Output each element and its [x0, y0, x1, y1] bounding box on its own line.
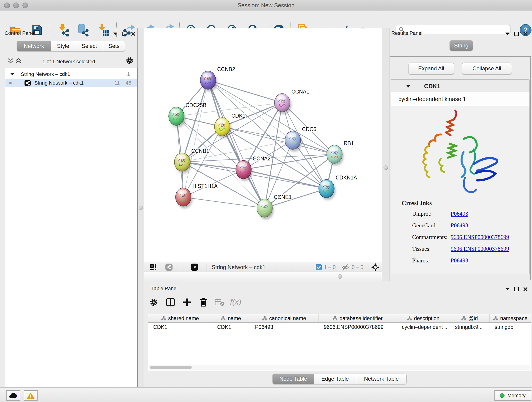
- expand-all-networks-icon[interactable]: [15, 58, 22, 64]
- warnings-button[interactable]: [24, 390, 38, 401]
- results-buttons-bar: Expand All Collapse All: [391, 57, 529, 80]
- tab-edge-table[interactable]: Edge Table: [314, 374, 356, 384]
- table-cell[interactable]: cyclin–dependent ...: [397, 324, 450, 330]
- protein-structure-image: [397, 107, 516, 198]
- tree-expander-icon[interactable]: [10, 73, 14, 75]
- table-cell[interactable]: 9606.ENSP00000378699: [319, 324, 397, 330]
- node-label-CCNA1: CCNA1: [291, 89, 309, 95]
- control-panel-header-icons: [113, 32, 135, 36]
- memory-label: Memory: [507, 393, 525, 399]
- edge-CCNB1-CCNA2: [182, 162, 244, 170]
- close-panel-icon[interactable]: [524, 32, 527, 36]
- network-collection-row[interactable]: String Network – cdk1 1: [5, 70, 137, 79]
- expand-all-button[interactable]: Expand All: [408, 63, 454, 75]
- float-panel-icon[interactable]: [122, 32, 127, 36]
- network-row-selected[interactable]: String Network – cdk1 11 48: [5, 79, 137, 87]
- tab-node-table[interactable]: Node Table: [272, 374, 314, 384]
- uniprot-link[interactable]: P06493: [451, 211, 468, 217]
- tab-select[interactable]: Select: [75, 41, 103, 51]
- delete-column-icon[interactable]: [199, 297, 208, 307]
- app-window: Session: New Session: [0, 0, 532, 402]
- node-table: shared namenamecanonical namedatabase id…: [148, 314, 531, 371]
- network-view-toolbar: String Network – cdk1 1 – 0 0 – 0: [144, 262, 382, 272]
- open-external-view-icon[interactable]: [191, 264, 198, 271]
- viewbar-separator: [206, 264, 206, 271]
- import-network-database-icon[interactable]: [76, 24, 89, 36]
- network-node-CDKN1A[interactable]: CDKN1A: [319, 175, 357, 200]
- tissues-link[interactable]: 9606.ENSP00000378699: [451, 246, 509, 252]
- network-options-gear-icon[interactable]: [126, 56, 134, 65]
- network-canvas[interactable]: CCNB2CCNA1CDC25BCDK1CDC6RB1CCNB1CCNA2CDK…: [144, 28, 382, 262]
- grid-view-icon[interactable]: [150, 264, 157, 271]
- table-cell[interactable]: P06493: [250, 324, 319, 330]
- edge-count: 48: [126, 80, 131, 86]
- column-header-shared-name[interactable]: shared name: [148, 314, 212, 322]
- network-view-mode-icon[interactable]: [165, 264, 172, 271]
- string-network-icon: [25, 80, 31, 86]
- column-header-description[interactable]: description: [397, 314, 450, 322]
- column-header-@id[interactable]: @id: [450, 314, 490, 322]
- hidden-elements-eye-icon[interactable]: [341, 264, 349, 271]
- network-node-RB1[interactable]: RB1: [327, 140, 354, 166]
- column-header-canonical-name[interactable]: canonical name: [250, 314, 319, 322]
- network-node-CCNE1[interactable]: CCNE1: [257, 194, 292, 220]
- section-expander-icon[interactable]: [406, 85, 410, 88]
- bird-eye-position-icon[interactable]: [371, 263, 380, 271]
- column-header-name[interactable]: name: [212, 314, 250, 322]
- table-header-row: shared namenamecanonical namedatabase id…: [148, 314, 531, 323]
- tab-string[interactable]: String: [450, 40, 473, 51]
- network-selection-status: 1 of 1 Network selected: [25, 59, 112, 65]
- table-cell[interactable]: stringdb: [490, 324, 531, 330]
- cloud-services-button[interactable]: [6, 390, 20, 401]
- table-horizontal-scrollbar[interactable]: [149, 365, 530, 370]
- selected-checkbox-icon[interactable]: [316, 264, 322, 270]
- network-view-title: String Network – cdk1: [212, 264, 266, 270]
- table-row[interactable]: CDK1CDK1P064939606.ENSP00000378699cyclin…: [148, 323, 531, 331]
- horizontal-splitter-handle[interactable]: [338, 274, 342, 279]
- right-splitter[interactable]: [382, 28, 389, 281]
- create-column-icon[interactable]: [182, 298, 191, 307]
- network-node-HIST1H1A[interactable]: HIST1H1A: [176, 183, 218, 209]
- function-builder-icon[interactable]: f(x): [229, 297, 244, 307]
- tab-network[interactable]: Network: [17, 41, 51, 51]
- float-panel-icon[interactable]: [514, 287, 519, 291]
- tab-style[interactable]: Style: [51, 41, 75, 51]
- column-header-namespace[interactable]: namespace: [490, 314, 531, 322]
- horizontal-splitter[interactable]: [144, 272, 382, 281]
- table-cell[interactable]: CDK1: [212, 324, 250, 330]
- compartments-link[interactable]: 9606.ENSP00000378699: [451, 234, 509, 240]
- table-options-gear-icon[interactable]: [149, 298, 158, 307]
- gene-section-header[interactable]: CDK1: [391, 80, 530, 93]
- left-splitter[interactable]: [138, 28, 144, 387]
- import-network-file-icon[interactable]: [57, 24, 70, 36]
- pharos-link[interactable]: P06493: [451, 257, 468, 264]
- memory-button[interactable]: Memory: [494, 390, 531, 401]
- float-panel-icon[interactable]: [514, 32, 519, 36]
- collapse-panel-icon[interactable]: [505, 32, 510, 35]
- select-columns-icon[interactable]: [166, 298, 175, 307]
- crosslink-row: Pharos:P06493: [412, 257, 527, 264]
- results-panel-title: Results Panel: [391, 30, 423, 36]
- network-node-CCNB2[interactable]: CCNB2: [200, 66, 235, 92]
- table-panel-title: Table Panel: [151, 286, 177, 292]
- left-splitter-handle[interactable]: [139, 206, 143, 210]
- table-cell[interactable]: stringdb:9...: [450, 324, 490, 330]
- close-panel-icon[interactable]: [131, 32, 135, 36]
- table-cell[interactable]: CDK1: [148, 324, 212, 330]
- node-label-CCNB2: CCNB2: [217, 66, 235, 72]
- network-node-CCNA1[interactable]: CCNA1: [274, 89, 309, 114]
- collapse-all-button[interactable]: Collapse All: [462, 63, 512, 75]
- tab-sets[interactable]: Sets: [103, 41, 125, 51]
- tab-network-table[interactable]: Network Table: [356, 374, 407, 384]
- import-table-file-icon[interactable]: [97, 24, 109, 36]
- collapse-panel-icon[interactable]: [113, 32, 117, 35]
- scrollbar-thumb[interactable]: [150, 366, 192, 369]
- collapse-all-networks-icon[interactable]: [7, 58, 14, 64]
- right-splitter-handle[interactable]: [384, 166, 388, 170]
- genecard-link[interactable]: P06493: [451, 222, 468, 229]
- delete-table-icon[interactable]: [215, 299, 225, 306]
- column-header-database-identifier[interactable]: database identifier: [319, 314, 397, 322]
- collapse-panel-icon[interactable]: [505, 288, 510, 290]
- window-title: Session: New Session: [0, 2, 532, 9]
- close-panel-icon[interactable]: [524, 287, 527, 291]
